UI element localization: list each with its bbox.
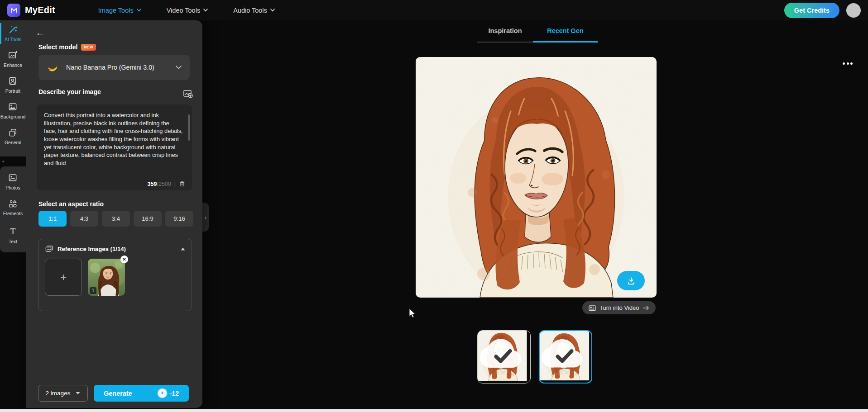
generate-button[interactable]: Generate -12	[94, 385, 189, 402]
aspect-ratio-group: 1:1 4:3 3:4 16:9 9:16	[38, 211, 193, 227]
model-name: Nano Banana Pro (Gemini 3.0)	[66, 64, 154, 71]
ratio-1-1-button[interactable]: 1:1	[38, 211, 67, 227]
more-options-button[interactable]	[843, 62, 853, 65]
image-add-icon[interactable]	[182, 88, 193, 99]
panel-collapse-handle[interactable]: ‹	[202, 203, 209, 232]
text-icon: T	[8, 227, 18, 237]
reference-images-header[interactable]: Reference Images (1/14)	[38, 239, 192, 257]
new-badge: NEW	[81, 44, 96, 51]
reference-images-card: Reference Images (1/14) + ✕ 1	[38, 239, 192, 311]
tab-recent-gen[interactable]: Recent Gen	[533, 27, 598, 43]
sidebar-item-portrait[interactable]: Portrait	[0, 72, 26, 98]
chevron-down-icon	[137, 9, 141, 12]
generation-thumbnail-1[interactable]	[477, 330, 531, 384]
chevron-down-icon	[203, 9, 208, 12]
arrow-right-icon	[643, 305, 649, 311]
user-avatar[interactable]	[846, 3, 861, 18]
background-icon	[8, 102, 18, 112]
download-button[interactable]	[617, 271, 645, 290]
add-reference-image-button[interactable]: +	[45, 259, 82, 296]
describe-label: Describe your image	[38, 88, 101, 95]
sidebar-item-photos[interactable]: Photos	[0, 166, 26, 194]
trash-icon	[179, 180, 186, 187]
prompt-textarea[interactable]: Convert this portrait into a watercolor …	[37, 104, 192, 190]
aspect-ratio-label: Select an aspect ratio	[38, 200, 104, 208]
text-to-video-icon	[589, 304, 596, 312]
reference-index-badge: 1	[90, 287, 96, 294]
photos-icon	[8, 173, 18, 183]
brand-name[interactable]: MyEdit	[25, 5, 55, 15]
clear-prompt-button[interactable]	[179, 180, 186, 187]
nav-image-tools[interactable]: Image Tools	[98, 7, 141, 14]
mouse-cursor	[409, 308, 416, 318]
chevron-down-icon	[270, 9, 275, 12]
ratio-4-3-button[interactable]: 4:3	[70, 211, 98, 227]
main-nav: Image Tools Video Tools Audio Tools	[98, 7, 275, 14]
prompt-scrollbar[interactable]	[188, 114, 190, 141]
top-navbar: MyEdit Image Tools Video Tools Audio Too…	[0, 0, 868, 20]
select-model-label: Select modelNEW	[38, 43, 96, 51]
remove-reference-button[interactable]: ✕	[120, 256, 128, 263]
char-counter: 359/2500 |	[148, 180, 186, 187]
nav-video-tools[interactable]: Video Tools	[167, 7, 208, 14]
gallery-tabs: Inspiration Recent Gen	[477, 27, 598, 43]
svg-text:T: T	[10, 227, 16, 236]
model-select-dropdown[interactable]: Nano Banana Pro (Gemini 3.0)	[38, 55, 190, 80]
ratio-16-9-button[interactable]: 16:9	[134, 211, 162, 227]
turn-into-video-button[interactable]: Turn into Video	[582, 301, 656, 314]
generation-panel: ← Select modelNEW Nano Banana Pro (Gemin…	[26, 20, 202, 408]
collapse-triangle-icon[interactable]	[181, 247, 185, 251]
rail-divider-plus-icon: +	[1, 158, 5, 165]
myedit-app: MyEdit Image Tools Video Tools Audio Too…	[0, 0, 868, 412]
cloud-saved-icon	[477, 330, 529, 382]
chevron-down-icon	[176, 66, 182, 69]
reference-images-title: Reference Images (1/14)	[58, 246, 126, 252]
prompt-text: Convert this portrait into a watercolor …	[44, 111, 183, 167]
ratio-9-16-button[interactable]: 9:16	[165, 211, 193, 227]
shapes-icon	[8, 199, 18, 209]
reference-image-thumbnail[interactable]: ✕ 1	[88, 259, 125, 296]
sidebar-item-ai-tools[interactable]: AI Tools	[0, 20, 26, 46]
sidebar-rail-top: AI Tools Enhance Portrait Background Gen…	[0, 20, 26, 156]
sidebar-item-text[interactable]: T Text	[0, 223, 26, 251]
page-bottom-strip	[0, 409, 868, 412]
download-icon	[626, 276, 636, 286]
tab-inspiration[interactable]: Inspiration	[477, 27, 533, 43]
nav-audio-tools[interactable]: Audio Tools	[233, 7, 275, 14]
banana-icon	[47, 62, 59, 74]
images-stack-icon	[45, 245, 53, 253]
credit-cost: -12	[170, 390, 179, 397]
credit-coin-icon	[158, 389, 167, 398]
sidebar-item-background[interactable]: Background	[0, 98, 26, 123]
myedit-logo-icon[interactable]	[7, 4, 20, 17]
magic-wand-icon	[8, 24, 18, 35]
sidebar-rail-bottom: Photos Elements T Text	[0, 166, 26, 252]
generation-thumbnail-2-selected[interactable]	[539, 330, 592, 384]
layers-icon	[8, 128, 18, 138]
watercolor-portrait-art	[416, 57, 657, 298]
sidebar-item-general[interactable]: General	[0, 123, 26, 149]
image-count-dropdown[interactable]: 2 images	[38, 385, 88, 402]
back-button[interactable]: ←	[35, 27, 45, 38]
generated-image[interactable]	[416, 57, 657, 298]
sidebar-item-enhance[interactable]: Enhance	[0, 46, 26, 72]
enhance-icon	[8, 50, 18, 61]
get-credits-button[interactable]: Get Credits	[784, 3, 839, 18]
sidebar-item-elements[interactable]: Elements	[0, 194, 26, 223]
chevron-down-icon	[76, 392, 80, 395]
portrait-icon	[8, 76, 18, 86]
cloud-saved-icon	[539, 330, 590, 381]
ratio-3-4-button[interactable]: 3:4	[102, 211, 130, 227]
